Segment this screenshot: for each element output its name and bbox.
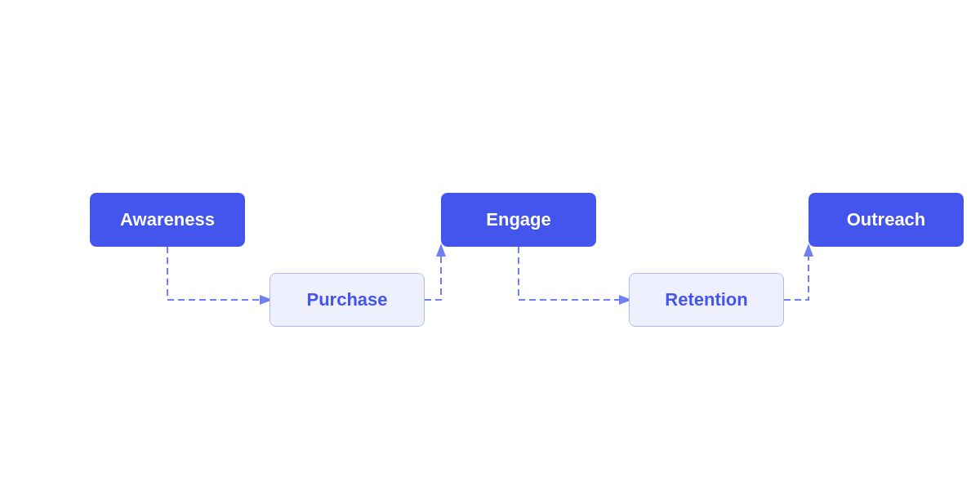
flow-diagram: Awareness Purchase Engage Retention Outr… <box>41 127 939 373</box>
purchase-label: Purchase <box>306 289 387 310</box>
outreach-node[interactable]: Outreach <box>808 193 964 247</box>
awareness-node[interactable]: Awareness <box>90 193 245 247</box>
arrows-overlay <box>41 127 939 373</box>
retention-label: Retention <box>665 289 747 310</box>
purchase-node[interactable]: Purchase <box>270 273 425 327</box>
awareness-label: Awareness <box>120 209 215 230</box>
engage-node[interactable]: Engage <box>441 193 596 247</box>
engage-label: Engage <box>486 209 550 230</box>
outreach-label: Outreach <box>847 209 926 230</box>
retention-node[interactable]: Retention <box>629 273 784 327</box>
